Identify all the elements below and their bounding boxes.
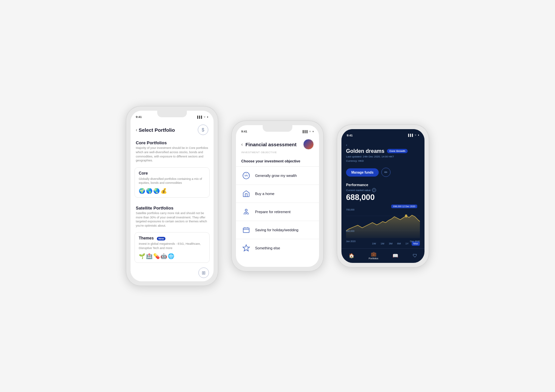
emoji-9: 🌐 bbox=[168, 253, 174, 259]
back-button[interactable]: ‹ Select Portfolio bbox=[136, 127, 175, 133]
copy-icon[interactable]: ⊞ bbox=[198, 267, 209, 278]
grow-wealth-label: Generally grow my wealth bbox=[255, 174, 297, 178]
themes-card-title: Themes New bbox=[139, 236, 205, 240]
manage-funds-button[interactable]: Manage funds bbox=[346, 168, 379, 177]
emoji-7: 💊 bbox=[153, 253, 160, 259]
phone2-statusbar: 9:41 ▌▌▌ ᯤ ▮ bbox=[236, 125, 319, 136]
core-growth-badge: Core Growth bbox=[387, 149, 407, 153]
objective-item-5[interactable]: Something else bbox=[236, 239, 319, 257]
objective-item-4[interactable]: Saving for holiday/wedding bbox=[236, 221, 319, 239]
nav-learn[interactable]: 📖 bbox=[393, 253, 398, 258]
phone3-statusbar: 9:41 ▌▌▌ ᯤ ▮ bbox=[341, 129, 424, 140]
shield-nav-icon: 🛡 bbox=[413, 253, 417, 258]
home-nav-icon: 🏠 bbox=[349, 253, 354, 258]
svg-point-8 bbox=[405, 214, 407, 217]
phone3-header: ‹ Golden dreams Core Growth Last updated… bbox=[341, 140, 424, 165]
y-label-top: 700,000 bbox=[346, 209, 354, 211]
nav-portfolios[interactable]: 💼 Portfolios bbox=[369, 251, 378, 260]
buy-home-icon bbox=[241, 189, 251, 199]
retirement-icon bbox=[241, 207, 251, 217]
header-left: ‹ Financial assessment bbox=[241, 142, 297, 147]
status-icons: ▌▌▌ ᯤ ▮ bbox=[197, 116, 208, 119]
saving-icon bbox=[241, 225, 251, 235]
emoji-6: 🏥 bbox=[146, 253, 153, 259]
performance-chart: 698,000 12 Dec 2020 700,000 600,000 bbox=[346, 204, 420, 240]
themes-emoji-row: 🌱 🏥 💊 🤖 🌐 bbox=[139, 253, 205, 259]
grow-wealth-icon bbox=[241, 171, 251, 181]
status-time3: 9:41 bbox=[347, 134, 353, 137]
themes-card-desc: Invest in global megatrends - ESG, Healt… bbox=[139, 242, 205, 250]
emoji-1: 🌍 bbox=[139, 188, 145, 194]
x-label-left: Jan 2020 bbox=[346, 240, 356, 242]
core-card[interactable]: Core Globally diversified portfolios con… bbox=[134, 167, 210, 198]
objective-item-1[interactable]: Generally grow my wealth bbox=[236, 166, 319, 184]
subtitle: INVESTMENT OBJECTIVE bbox=[236, 151, 319, 156]
learn-nav-icon: 📖 bbox=[393, 253, 398, 258]
y-label-bottom: 600,000 bbox=[346, 230, 354, 232]
page-title: Select Portfolio bbox=[139, 127, 175, 133]
retirement-label: Prepare for retirement bbox=[255, 210, 291, 214]
phone1: 9:41 ▌▌▌ ᯤ ▮ ‹ Select Portfolio $ Core P… bbox=[126, 106, 218, 286]
portfolio-name-row: Golden dreams Core Growth bbox=[346, 148, 420, 154]
emoji-4: 💰 bbox=[161, 188, 167, 194]
chart-svg bbox=[346, 209, 420, 238]
status-icons2: ▌▌▌ ᯤ ▮ bbox=[303, 130, 314, 133]
phone2: 9:41 ▌▌▌ ᯤ ▮ ‹ Financial assessment INVE… bbox=[231, 121, 324, 271]
wallet-icon-button[interactable]: $ bbox=[198, 125, 208, 135]
nav-home[interactable]: 🏠 bbox=[349, 253, 354, 258]
performance-label: Performance bbox=[346, 183, 420, 187]
objective-item-3[interactable]: Prepare for retirement bbox=[236, 203, 319, 221]
performance-section: Performance Current market value ? 688,0… bbox=[341, 180, 424, 202]
scene: 9:41 ▌▌▌ ᯤ ▮ ‹ Select Portfolio $ Core P… bbox=[106, 86, 449, 305]
phone2-header: ‹ Financial assessment bbox=[236, 136, 319, 151]
core-portfolios-desc: Majority of your investment should be in… bbox=[131, 146, 214, 165]
question-mark-icon[interactable]: ? bbox=[372, 188, 376, 192]
notch2 bbox=[263, 125, 292, 132]
market-value: 688,000 bbox=[346, 193, 420, 202]
bottom-area: ⊞ bbox=[131, 265, 214, 281]
manage-row: Manage funds ✏ bbox=[341, 164, 424, 180]
something-else-label: Something else bbox=[255, 246, 280, 250]
themes-card[interactable]: Themes New Invest in global megatrends -… bbox=[134, 232, 210, 263]
emoji-8: 🤖 bbox=[161, 253, 167, 259]
svg-point-3 bbox=[245, 209, 247, 211]
phone3-screen: 9:41 ▌▌▌ ᯤ ▮ ‹ Golden dreams Core Growth… bbox=[341, 129, 424, 263]
satellite-portfolios-section: Satellite Portfolios Satellite portfolio… bbox=[131, 203, 214, 263]
core-card-title: Core bbox=[139, 171, 205, 176]
notch bbox=[157, 111, 187, 117]
avatar bbox=[303, 139, 314, 150]
back-arrow-icon: ‹ bbox=[136, 127, 137, 132]
core-portfolios-title: Core Portfolios bbox=[131, 138, 214, 146]
portfolio-name: Golden dreams bbox=[346, 148, 384, 154]
core-emoji-row: 🌍 🌎 🌏 💰 bbox=[139, 188, 205, 194]
objective-title: Choose your investment objective bbox=[236, 156, 319, 166]
market-value-text: Current market value bbox=[346, 189, 371, 192]
svg-rect-4 bbox=[243, 228, 249, 233]
x-label-right: Dec 2020 bbox=[410, 240, 420, 242]
back-button3[interactable]: ‹ bbox=[346, 143, 347, 147]
chart-tooltip: 698,000 12 Dec 2020 bbox=[391, 205, 417, 208]
satellite-title: Satellite Portfolios bbox=[131, 203, 214, 211]
portfolios-nav-label: Portfolios bbox=[369, 257, 378, 260]
market-value-label: Current market value ? bbox=[346, 188, 420, 192]
chart-x-labels: Jan 2020 Dec 2020 bbox=[346, 239, 420, 243]
saving-label: Saving for holiday/wedding bbox=[255, 228, 298, 232]
nav-shield[interactable]: 🛡 bbox=[413, 253, 417, 258]
emoji-2: 🌎 bbox=[146, 188, 153, 194]
edit-button[interactable]: ✏ bbox=[381, 168, 391, 177]
status-time: 9:41 bbox=[136, 115, 142, 119]
objective-item-2[interactable]: Buy a home bbox=[236, 184, 319, 203]
objective-items-list: Generally grow my wealth Buy a home bbox=[236, 166, 319, 257]
last-updated: Last updated: 24th Dec 2020, 14:00 HKT bbox=[346, 155, 420, 159]
financial-assessment-title: Financial assessment bbox=[246, 142, 297, 147]
notch3 bbox=[368, 129, 398, 136]
emoji-3: 🌏 bbox=[153, 188, 160, 194]
currency: Currency: HKD bbox=[346, 159, 420, 163]
phone1-screen: 9:41 ▌▌▌ ᯤ ▮ ‹ Select Portfolio $ Core P… bbox=[131, 111, 214, 281]
phone3: 9:41 ▌▌▌ ᯤ ▮ ‹ Golden dreams Core Growth… bbox=[337, 125, 429, 268]
status-time2: 9:41 bbox=[241, 130, 247, 133]
core-card-desc: Globally diversified portfolios containi… bbox=[139, 177, 205, 185]
svg-marker-5 bbox=[243, 245, 249, 251]
back-arrow2[interactable]: ‹ bbox=[241, 142, 243, 147]
portfolios-nav-icon: 💼 bbox=[371, 251, 376, 257]
